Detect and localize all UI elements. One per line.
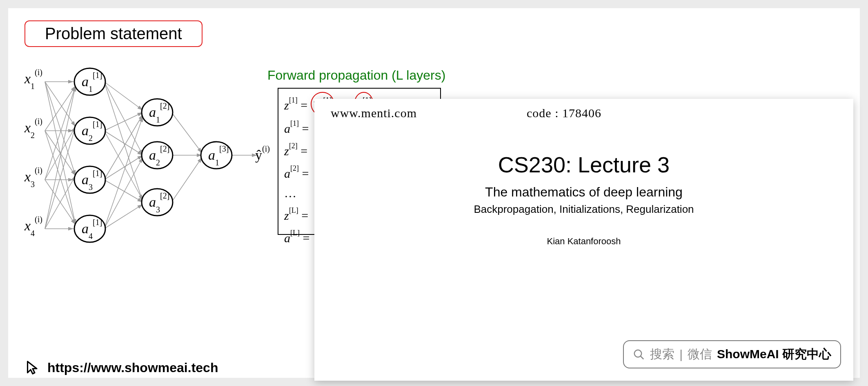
svg-line-28 (171, 112, 202, 153)
section-title-box: Problem statement (24, 20, 203, 47)
input-x2-label: x2(i) (24, 120, 42, 137)
overlay-slide: www.menti.com code : 178406 CS230: Lectu… (314, 99, 853, 381)
svg-line-5 (45, 82, 76, 176)
a2-3-label: a3[2] (149, 195, 169, 211)
lecture-topics: Backpropagation, Initializations, Regula… (314, 203, 853, 216)
a1-2-label: a2[1] (82, 123, 102, 140)
forward-prop-title: Forward propagation (L layers) (267, 68, 445, 83)
svg-line-19 (104, 112, 143, 131)
a1-3-label: a3[1] (82, 172, 102, 189)
search-sep: | (679, 348, 683, 361)
footer-url: https://www.showmeai.tech (47, 360, 218, 375)
section-title-text: Problem statement (45, 25, 182, 42)
a1-1-label: a1[1] (82, 74, 102, 91)
svg-line-20 (104, 131, 143, 155)
search-pill[interactable]: 搜索 | 微信 ShowMeAI 研究中心 (623, 340, 841, 368)
svg-line-16 (104, 82, 143, 110)
svg-line-11 (45, 127, 76, 180)
svg-line-24 (104, 180, 143, 202)
yhat-label: ŷ(i) (255, 148, 270, 162)
search-wechat: 微信 (688, 346, 712, 363)
search-brand: ShowMeAI 研究中心 (717, 346, 831, 363)
svg-line-30 (171, 157, 202, 202)
svg-line-13 (45, 86, 76, 229)
search-icon (633, 348, 645, 361)
svg-line-27 (104, 204, 143, 229)
lecture-title: CS230: Lecture 3 (314, 152, 853, 177)
a2-2-label: a2[2] (149, 148, 169, 164)
handwritten-header: www.menti.com code : 178406 (331, 106, 837, 120)
svg-line-18 (104, 82, 143, 202)
svg-line-25 (104, 116, 143, 229)
input-x4-label: x4(i) (24, 219, 42, 235)
svg-line-41 (641, 356, 644, 359)
input-x3-label: x3(i) (24, 170, 42, 186)
svg-line-17 (104, 82, 143, 155)
menti-code-label: code : (527, 106, 559, 120)
svg-line-14 (45, 127, 76, 229)
a3-1-label: a1[3] (208, 148, 229, 164)
footer-link[interactable]: https://www.showmeai.tech (24, 359, 218, 376)
lecture-subtitle: The mathematics of deep learning (314, 185, 853, 200)
svg-line-10 (45, 86, 76, 180)
svg-line-26 (104, 157, 143, 229)
svg-line-22 (104, 114, 143, 180)
menti-code: 178406 (562, 106, 601, 120)
search-hint: 搜索 (650, 346, 674, 363)
lecture-author: Kian Katanforoosh (314, 236, 853, 247)
a1-4-label: a4[1] (82, 221, 102, 238)
svg-point-40 (634, 350, 642, 357)
menti-url: www.menti.com (331, 106, 417, 120)
input-x1-label: x1(i) (24, 71, 42, 88)
cursor-icon (24, 359, 41, 376)
a2-1-label: a1[2] (149, 105, 169, 121)
